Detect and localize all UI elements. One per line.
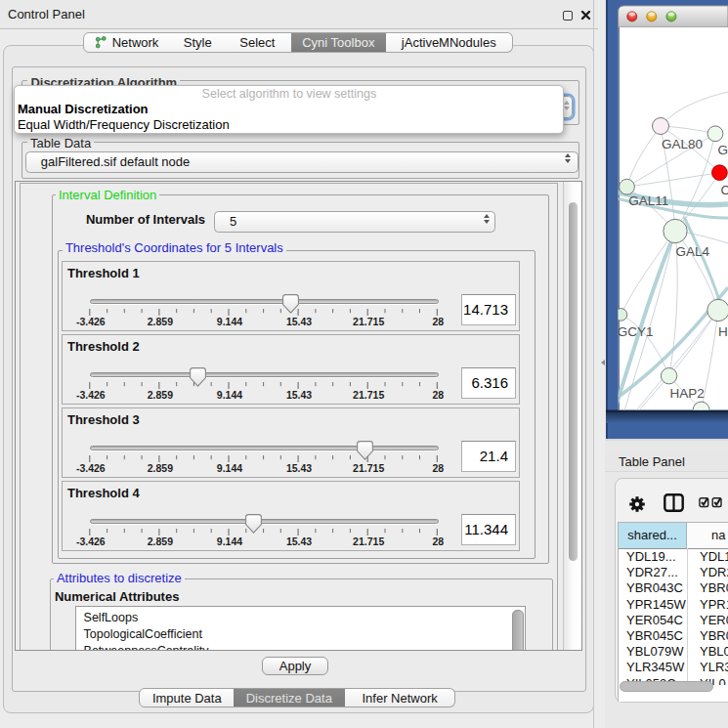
svg-text:GAL11: GAL11	[628, 193, 668, 208]
svg-text:C: C	[721, 183, 728, 197]
svg-text:GA: GA	[717, 143, 728, 157]
svg-text:H: H	[718, 324, 728, 339]
svg-text:GAL4: GAL4	[676, 244, 710, 259]
svg-text:HAP2: HAP2	[670, 386, 705, 401]
svg-text:GCY1: GCY1	[618, 324, 654, 339]
svg-text:GAL80: GAL80	[662, 137, 703, 151]
